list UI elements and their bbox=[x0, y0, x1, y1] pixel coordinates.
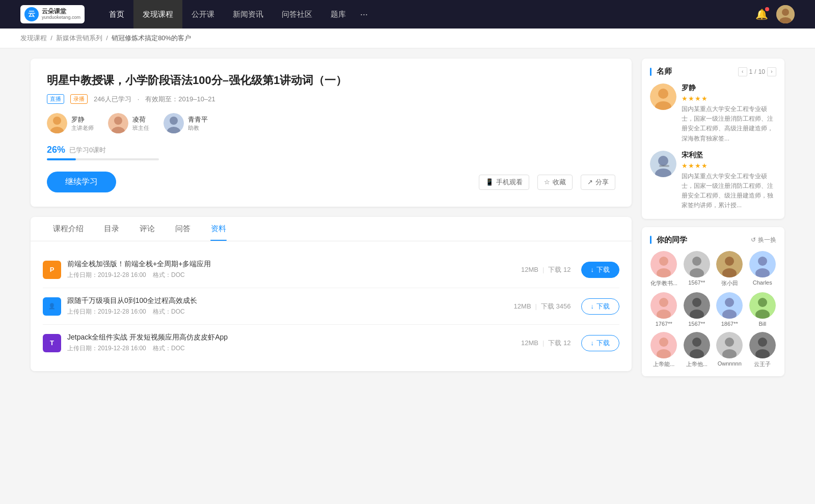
teachers-card-header: 名师 ‹ 1 / 10 › bbox=[650, 67, 776, 76]
tab-review[interactable]: 评论 bbox=[129, 217, 165, 241]
teacher-role-linghe: 班主任 bbox=[132, 124, 149, 132]
tab-resources[interactable]: 资料 bbox=[201, 217, 236, 241]
file-meta-3: 上传日期：2019-12-28 16:00 格式：DOC bbox=[67, 344, 521, 353]
share-label: 分享 bbox=[595, 178, 609, 187]
teacher-name-qingqingping: 青青平 bbox=[188, 115, 208, 124]
nav-item-home[interactable]: 首页 bbox=[100, 0, 133, 29]
student-item-11[interactable]: 云王子 bbox=[749, 332, 777, 368]
file-item-2: 👤 跟随千万级项目从0到100全过程高效成长 上传日期：2019-12-28 1… bbox=[43, 288, 619, 325]
sidebar-teacher-avatar-luojing bbox=[650, 83, 676, 110]
download-icon-1: ↓ bbox=[591, 266, 594, 273]
teachers-next-button[interactable]: › bbox=[767, 67, 776, 76]
student-name-0: 化学教书... bbox=[650, 279, 677, 287]
student-name-1: 1567** bbox=[688, 279, 705, 286]
continue-study-button[interactable]: 继续学习 bbox=[47, 172, 116, 192]
teacher-info-luojing: 罗静 主讲老师 bbox=[71, 115, 94, 132]
nav-more-button[interactable]: ··· bbox=[355, 9, 373, 20]
tab-intro[interactable]: 课程介绍 bbox=[43, 217, 94, 241]
teachers-page-total: 10 bbox=[758, 68, 765, 75]
breadcrumb-series[interactable]: 新媒体营销系列 bbox=[56, 34, 102, 42]
tab-qa[interactable]: 问答 bbox=[165, 217, 201, 241]
breadcrumb-discover[interactable]: 发现课程 bbox=[20, 34, 47, 42]
student-name-11: 云王子 bbox=[754, 360, 771, 368]
student-name-3: Charles bbox=[753, 279, 772, 286]
students-card-header: 你的同学 ↺ 换一换 bbox=[650, 235, 776, 245]
bell-icon[interactable]: 🔔 bbox=[755, 8, 768, 20]
svg-point-38 bbox=[725, 298, 734, 307]
file-format-1: 格式：DOC bbox=[153, 271, 185, 278]
progress-text: 已学习0课时 bbox=[69, 146, 106, 155]
file-info-2: 跟随千万级项目从0到100全过程高效成长 上传日期：2019-12-28 16:… bbox=[67, 296, 514, 316]
student-avatar-5 bbox=[684, 292, 710, 319]
sidebar-teacher-luojing: 罗静 ★★★★ 国内某重点大学安全工程专业硕士，国家一级注册消防工程师、注册安全… bbox=[650, 83, 776, 144]
download-button-2[interactable]: ↓ 下载 bbox=[581, 298, 620, 315]
file-downloads-2: 下载 3456 bbox=[541, 302, 571, 311]
refresh-icon: ↺ bbox=[751, 236, 756, 243]
student-avatar-1 bbox=[684, 251, 710, 277]
collect-button[interactable]: ☆ 收藏 bbox=[537, 175, 573, 190]
user-avatar-nav[interactable] bbox=[776, 5, 795, 23]
star-icon: ☆ bbox=[544, 178, 550, 186]
logo-text-block: 云朵课堂 yunduoketang.com bbox=[42, 8, 80, 20]
student-item-6[interactable]: 1867** bbox=[716, 292, 744, 327]
student-item-3[interactable]: Charles bbox=[749, 251, 777, 287]
right-sidebar: 名师 ‹ 1 / 10 › 罗静 bbox=[642, 59, 784, 376]
phone-watch-button[interactable]: 📱 手机观看 bbox=[479, 175, 529, 190]
teacher-avatar-luojing bbox=[47, 113, 67, 133]
file-size-3: 12MB bbox=[521, 339, 538, 347]
students-card: 你的同学 ↺ 换一换 化学教书... bbox=[642, 227, 784, 376]
share-button[interactable]: ↗ 分享 bbox=[581, 175, 615, 190]
teachers-row: 罗静 主讲老师 凌荷 班主任 bbox=[47, 113, 615, 133]
svg-point-26 bbox=[725, 257, 734, 266]
download-button-1[interactable]: ↓ 下载 bbox=[581, 262, 620, 278]
refresh-students-button[interactable]: ↺ 换一换 bbox=[751, 236, 776, 244]
main-layout: 明星中教授课，小学阶段语法100分–强化级第1讲动词（一） 直播 录播 246人… bbox=[10, 48, 805, 386]
download-button-3[interactable]: ↓ 下载 bbox=[581, 335, 620, 351]
nav-right: 🔔 bbox=[755, 5, 795, 23]
file-stats-2: 12MB | 下载 3456 bbox=[514, 302, 571, 311]
download-icon-2: ↓ bbox=[591, 302, 594, 310]
student-name-4: 1767** bbox=[656, 321, 672, 327]
student-item-10[interactable]: Ownnnnn bbox=[716, 332, 744, 368]
file-format-3: 格式：DOC bbox=[153, 345, 185, 352]
file-info-3: Jetpack全组件实战 开发短视频应用高仿皮皮虾App 上传日期：2019-1… bbox=[67, 333, 521, 353]
svg-point-41 bbox=[758, 298, 767, 307]
student-item-1[interactable]: 1567** bbox=[683, 251, 711, 287]
breadcrumb: 发现课程 / 新媒体营销系列 / 销冠修炼术搞定80%的客户 bbox=[0, 29, 815, 48]
file-info-1: 前端全栈加强版！前端全栈+全周期+多端应用 上传日期：2019-12-28 16… bbox=[67, 260, 521, 279]
nav-item-quiz[interactable]: 题库 bbox=[321, 0, 355, 29]
file-item-1: P 前端全栈加强版！前端全栈+全周期+多端应用 上传日期：2019-12-28 … bbox=[43, 251, 619, 288]
logo-area[interactable]: 云 云朵课堂 yunduoketang.com bbox=[20, 5, 85, 23]
student-item-5[interactable]: 1567** bbox=[683, 292, 711, 327]
file-icon-3: T bbox=[43, 334, 61, 352]
svg-point-4 bbox=[53, 117, 61, 125]
nav-item-discover[interactable]: 发现课程 bbox=[133, 0, 182, 29]
progress-bar-fill bbox=[47, 158, 76, 160]
nav-item-news[interactable]: 新闻资讯 bbox=[224, 0, 273, 29]
sidebar-teacher-desc-luojing: 国内某重点大学安全工程专业硕士，国家一级注册消防工程师、注册安全工程师、高级注册… bbox=[682, 104, 776, 144]
teacher-avatar-linghe bbox=[108, 113, 128, 133]
sidebar-teacher-songlijian: 宋利坚 ★★★★ 国内某重点大学安全工程专业硕士，国家一级注册消防工程师、注册安… bbox=[650, 151, 776, 211]
student-item-2[interactable]: 张小田 bbox=[716, 251, 744, 287]
svg-rect-18 bbox=[659, 165, 669, 167]
file-name-2: 跟随千万级项目从0到100全过程高效成长 bbox=[67, 296, 514, 305]
student-item-0[interactable]: 化学教书... bbox=[650, 251, 678, 287]
nav-item-qa[interactable]: 问答社区 bbox=[273, 0, 321, 29]
sidebar-teacher-stars-songlijian: ★★★★ bbox=[682, 162, 776, 170]
teachers-prev-button[interactable]: ‹ bbox=[738, 67, 747, 76]
student-item-4[interactable]: 1767** bbox=[650, 292, 678, 327]
student-avatar-2 bbox=[716, 251, 743, 277]
student-name-10: Ownnnnn bbox=[718, 360, 742, 367]
file-item-3: T Jetpack全组件实战 开发短视频应用高仿皮皮虾App 上传日期：2019… bbox=[43, 325, 619, 361]
teachers-card: 名师 ‹ 1 / 10 › 罗静 bbox=[642, 59, 784, 219]
student-item-8[interactable]: 上帝能... bbox=[650, 332, 678, 368]
tab-toc[interactable]: 目录 bbox=[94, 217, 129, 241]
student-item-9[interactable]: 上帝他... bbox=[683, 332, 711, 368]
badge-live: 直播 bbox=[47, 94, 64, 104]
svg-point-53 bbox=[758, 338, 767, 347]
student-item-7[interactable]: Bill bbox=[749, 292, 777, 327]
svg-point-16 bbox=[658, 156, 668, 166]
logo-icon: 云 bbox=[24, 7, 39, 21]
file-downloads-1: 下载 12 bbox=[548, 265, 570, 274]
nav-item-public[interactable]: 公开课 bbox=[182, 0, 224, 29]
